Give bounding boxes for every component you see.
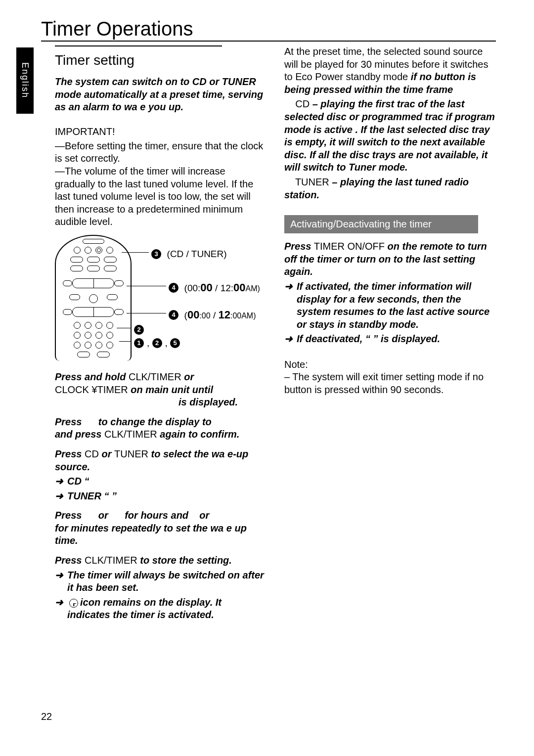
note-body: – The system will exit timer setting mod… xyxy=(284,371,496,396)
step-4: Press or for hours and or for minutes re… xyxy=(55,509,267,547)
page-number: 22 xyxy=(41,711,52,722)
title-underline xyxy=(41,41,496,42)
callout-4b-text: (00:00 / 12:00AM) xyxy=(184,310,256,320)
callout-2-icon: 2 xyxy=(134,325,144,335)
clock-icon xyxy=(69,599,78,608)
cd-paragraph: CD – playing the first trac of the last … xyxy=(284,98,496,174)
step-5: Press CLK/TIMER to store the setting. ➜T… xyxy=(55,554,267,622)
important-paragraph-1: —Before setting the timer, ensure that t… xyxy=(55,140,267,165)
callout-1-icon: 1 xyxy=(134,338,144,348)
callout-5-icon: 5 xyxy=(170,338,180,348)
note-heading: Note: xyxy=(284,358,496,371)
callout-2b-icon: 2 xyxy=(152,338,162,348)
important-heading: IMPORTANT! xyxy=(55,126,267,138)
page-title: Timer Operations xyxy=(41,18,193,40)
callout-3-text: (CD / TUNER) xyxy=(167,249,227,259)
callout-4b-icon: 4 xyxy=(169,310,178,320)
remote-outline xyxy=(55,235,132,361)
callout-3-icon: 3 xyxy=(151,249,161,259)
callout-4a-text: (00:00 / 12:00AM) xyxy=(184,283,260,293)
right-column: At the preset time, the selected sound s… xyxy=(284,45,496,622)
left-column: Timer setting The system can switch on t… xyxy=(55,45,267,622)
activate-sub-2: ➜If deactivated, “ ” is displayed. xyxy=(284,333,496,346)
tuner-paragraph: TUNER – playing the last tuned radio sta… xyxy=(284,176,496,201)
callout-4a-icon: 4 xyxy=(169,283,178,293)
activating-header: Activating/Deactivating the timer xyxy=(284,215,478,233)
activate-sub-1: ➜If activated, the timer information wil… xyxy=(284,280,496,331)
section-title: Timer setting xyxy=(55,51,267,69)
activate-paragraph: Press TIMER ON/OFF on the remote to turn… xyxy=(284,240,496,278)
preset-paragraph: At the preset time, the selected sound s… xyxy=(284,45,496,96)
step-2: Press to change the display to and press… xyxy=(55,416,267,441)
remote-diagram: 3 (CD / TUNER) 4 (00:00 / 12:00AM) 4 (00… xyxy=(55,237,238,361)
language-tab: English xyxy=(16,47,34,114)
step-1: Press and hold CLK/TIMER or CLOCK ¥TIMER… xyxy=(55,371,267,409)
important-paragraph-2: —The volume of the timer will increase g… xyxy=(55,165,267,228)
intro-paragraph: The system can switch on to CD or TUNER … xyxy=(55,76,267,114)
content-columns: Timer setting The system can switch on t… xyxy=(55,45,496,622)
step-3: Press CD or TUNER to select the wa e-up … xyxy=(55,448,267,502)
section-underline xyxy=(55,45,222,46)
